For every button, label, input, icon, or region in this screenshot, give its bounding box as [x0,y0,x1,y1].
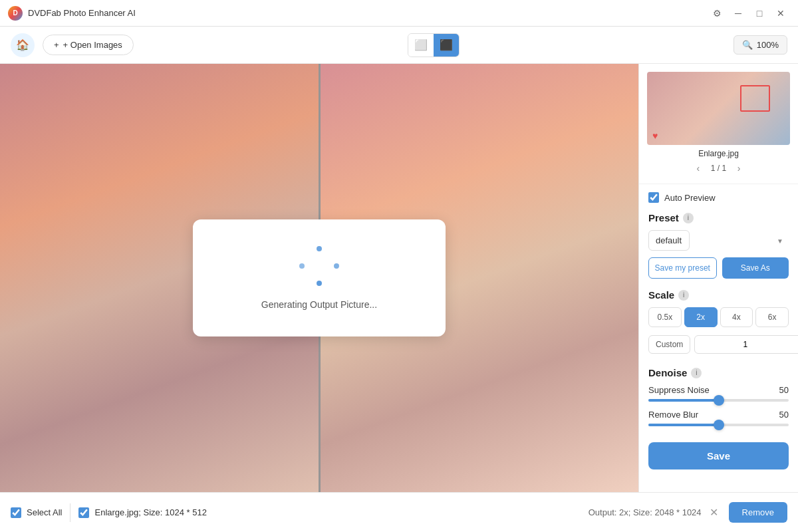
app-logo: D [8,6,23,21]
save-my-preset-button[interactable]: Save my preset [648,257,717,279]
spinner-dot-1 [317,246,322,251]
scale-buttons: 0.5x 2x 4x 6x [648,307,789,327]
spinner-dot-4 [317,281,322,286]
titlebar: D DVDFab Photo Enhancer AI ⚙ ─ □ ✕ [0,0,798,27]
select-all-row: Select All [11,507,62,518]
scale-custom-input[interactable] [694,335,798,354]
suppress-noise-track [648,399,789,402]
settings-panel: Auto Preview Preset i default ▼ Save my … [639,184,798,477]
remove-blur-thumb[interactable] [714,420,724,430]
suppress-noise-value: 50 [779,385,789,395]
minimize-button[interactable]: ─ [729,7,747,20]
remove-blur-label: Remove Blur [648,410,698,420]
remove-blur-value: 50 [779,410,789,420]
scale-section: Scale i 0.5x 2x 4x 6x Custom (1.0 to 40) [648,289,789,356]
zoom-indicator: 🔍 100% [733,35,787,55]
file-checkbox[interactable] [78,507,89,518]
auto-preview-row: Auto Preview [648,192,789,203]
spinner-dot-3 [334,263,339,269]
titlebar-controls: ⚙ ─ □ ✕ [708,7,790,20]
titlebar-left: D DVDFab Photo Enhancer AI [8,6,136,21]
compare-view-button[interactable]: ⬛ [434,34,459,57]
app-title: DVDFab Photo Enhancer AI [28,8,136,18]
preset-info-icon[interactable]: i [683,213,694,223]
remove-blur-fill [648,424,719,426]
chevron-down-icon: ▼ [777,237,783,244]
remove-blur-label-row: Remove Blur 50 [648,410,789,420]
maximize-button[interactable]: □ [750,7,769,20]
auto-preview-label: Auto Preview [664,193,716,203]
right-panel: ♥ Enlarge.jpg ‹ 1 / 1 › Auto Preview Pre… [638,64,798,492]
thumbnail-image: ♥ [647,72,790,145]
save-as-button[interactable]: Save As [722,257,789,279]
suppress-noise-thumb[interactable] [714,395,724,406]
auto-preview-checkbox[interactable] [648,192,659,203]
save-button[interactable]: Save [648,442,789,469]
prev-page-button[interactable]: ‹ [691,161,706,176]
page-info: 1 / 1 [711,164,726,173]
toolbar-left: 🏠 + + Open Images [11,33,134,57]
open-images-button[interactable]: + + Open Images [43,35,134,55]
image-area: Generating Output Picture... [0,64,638,492]
scale-6x-button[interactable]: 6x [755,307,789,327]
close-button[interactable]: ✕ [771,7,790,20]
open-images-label: + Open Images [63,40,122,50]
suppress-noise-label: Suppress Noise [648,385,710,395]
scale-section-header: Scale i [648,289,789,301]
zoom-icon: 🔍 [742,40,753,50]
view-toggle: ⬜ ⬛ [408,33,460,57]
remove-blur-track [648,424,789,426]
plus-icon: + [54,40,59,50]
split-view-button[interactable]: ⬜ [408,34,434,57]
scale-2x-button[interactable]: 2x [684,307,718,327]
preset-select-wrapper: default ▼ [648,230,789,251]
file-item-row: Enlarge.jpg; Size: 1024 * 512 Output: 2x… [78,503,720,521]
suppress-noise-fill [648,399,719,402]
bottom-bar: Select All Enlarge.jpg; Size: 1024 * 512… [0,492,798,532]
preset-title: Preset [648,212,679,223]
select-all-checkbox[interactable] [11,507,21,518]
preset-section-header: Preset i [648,212,789,223]
preset-select-row: default ▼ [648,230,789,251]
preset-buttons: Save my preset Save As [648,257,789,279]
select-all-label: Select All [27,507,62,517]
denoise-section: Denoise i Suppress Noise 50 [648,367,789,426]
denoise-section-header: Denoise i [648,367,789,378]
scale-title: Scale [648,289,674,301]
file-output-info: Output: 2x; Size: 2048 * 1024 [589,507,702,517]
scale-05x-button[interactable]: 0.5x [648,307,682,327]
thumbnail-area: ♥ Enlarge.jpg ‹ 1 / 1 › [639,64,798,184]
remove-blur-row: Remove Blur 50 [648,410,789,426]
loading-overlay: Generating Output Picture... [193,219,446,336]
custom-button[interactable]: Custom [648,335,690,354]
spinner-dot-2 [299,263,305,269]
toolbar: 🏠 + + Open Images ⬜ ⬛ 🔍 100% [0,27,798,64]
separator [70,503,70,522]
loading-text: Generating Output Picture... [261,299,377,310]
main-layout: Generating Output Picture... ♥ Enlarge.j… [0,64,798,492]
next-page-button[interactable]: › [732,161,746,176]
denoise-title: Denoise [648,367,687,378]
suppress-noise-label-row: Suppress Noise 50 [648,385,789,395]
scale-4x-button[interactable]: 4x [720,307,753,327]
scale-info-icon[interactable]: i [678,290,689,301]
file-name-label: Enlarge.jpg; Size: 1024 * 512 [94,507,206,517]
home-button[interactable]: 🏠 [11,33,35,57]
filename-label: Enlarge.jpg [647,149,790,158]
suppress-noise-row: Suppress Noise 50 [648,385,789,402]
zoom-value: 100% [757,40,779,50]
spinner [299,246,339,286]
close-file-button[interactable]: ✕ [707,503,721,521]
scale-custom-row: Custom (1.0 to 40) [648,332,789,356]
remove-button[interactable]: Remove [729,502,787,523]
thumbnail-icon: ♥ [652,130,658,141]
pagination: ‹ 1 / 1 › [647,161,790,176]
thumbnail-selection-box [740,85,770,112]
preset-select[interactable]: default [648,230,690,251]
settings-button[interactable]: ⚙ [708,7,726,20]
denoise-info-icon[interactable]: i [691,368,702,378]
